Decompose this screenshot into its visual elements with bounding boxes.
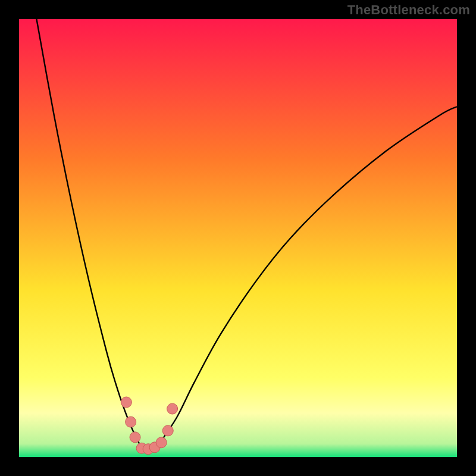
trough-marker — [126, 416, 136, 427]
trough-marker — [162, 425, 173, 436]
plot-svg — [19, 19, 457, 457]
trough-marker — [121, 397, 131, 408]
trough-marker — [167, 403, 178, 414]
trough-marker — [130, 432, 140, 443]
plot-area — [19, 19, 457, 457]
gradient-background — [19, 19, 457, 457]
watermark-text: TheBottleneck.com — [347, 2, 470, 18]
outer-frame: TheBottleneck.com — [0, 0, 476, 476]
trough-marker — [156, 437, 167, 448]
